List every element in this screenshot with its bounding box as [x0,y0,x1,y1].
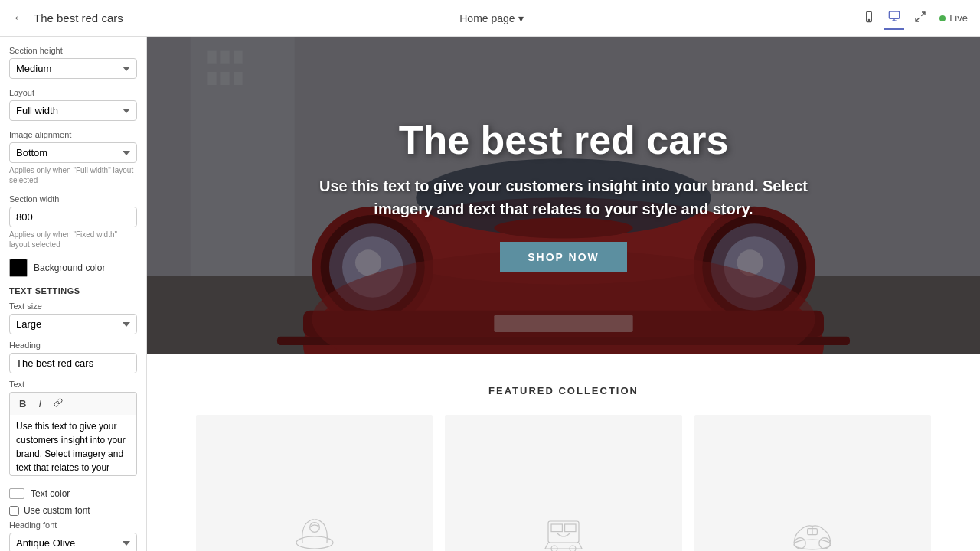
product-card-3[interactable] [694,415,931,551]
use-custom-font-label[interactable]: Use custom font [24,505,90,516]
hero-text: Use this text to give your customers ins… [303,174,824,220]
topbar: ← The best red cars Home page ▾ Live [0,0,980,37]
desktop-device-button[interactable] [884,7,904,30]
featured-grid [196,415,931,551]
device-buttons [860,7,930,30]
text-color-swatch[interactable] [9,488,24,499]
product-image-2 [533,503,594,551]
layout-label: Layout [9,88,137,97]
svg-line-6 [916,18,920,21]
layout-group: Layout Full width Fixed width [9,88,137,121]
section-height-select[interactable]: Medium Small Large Adapt to first image [9,58,137,79]
svg-rect-2 [889,11,899,18]
product-card-2[interactable] [445,415,681,551]
heading-font-label: Heading font [9,520,137,530]
section-width-label: Section width [9,194,137,204]
use-custom-font-checkbox[interactable] [9,506,19,516]
bold-button[interactable]: B [15,396,31,412]
topbar-right: Live [860,7,968,30]
text-size-label: Text size [9,302,137,311]
heading-font-select[interactable]: Antique Olive [9,533,137,551]
text-settings-header: TEXT SETTINGS [9,286,137,295]
product-image-1 [284,503,345,551]
featured-section: FEATURED COLLECTION [147,354,980,551]
text-color-label: Text color [31,488,70,499]
italic-button[interactable]: I [34,396,46,412]
heading-input[interactable] [9,353,137,373]
bg-color-swatch[interactable] [9,259,28,277]
product-image-3 [782,503,843,551]
dropdown-arrow-icon: ▾ [518,12,524,24]
preview-area: The best red cars Use this text to give … [147,37,980,551]
section-height-group: Section height Medium Small Large Adapt … [9,46,137,79]
fullscreen-device-button[interactable] [910,8,930,29]
page-title: The best red cars [34,11,123,24]
heading-label: Heading [9,341,137,350]
main-layout: Section height Medium Small Large Adapt … [0,37,980,551]
layout-select[interactable]: Full width Fixed width [9,100,137,121]
svg-point-42 [794,540,831,549]
text-settings-group: TEXT SETTINGS Text size Large Small Medi… [9,286,137,479]
section-height-label: Section height [9,46,137,55]
text-editor-toolbar: B I [9,392,137,415]
image-alignment-select[interactable]: Bottom Top Center [9,142,137,163]
svg-line-5 [921,12,925,16]
hero-content: The best red cars Use this text to give … [273,119,854,272]
topbar-center: Home page ▾ [459,12,523,24]
fixed-width-hint: Applies only when "Fixed width" layout s… [9,230,137,249]
section-width-group: Section width Applies only when "Fixed w… [9,194,137,249]
hero-title: The best red cars [303,119,824,162]
bg-color-group: Background color [9,259,137,277]
svg-point-36 [309,522,319,532]
bg-color-label: Background color [34,262,105,273]
link-button[interactable] [49,396,67,412]
svg-rect-38 [551,524,562,532]
back-button[interactable]: ← [12,10,26,26]
home-page-button[interactable]: Home page ▾ [459,12,523,24]
mobile-device-button[interactable] [860,8,878,29]
text-label: Text [9,380,137,389]
svg-rect-39 [565,524,576,532]
text-size-select[interactable]: Large Small Medium [9,314,137,334]
use-custom-font-row: Use custom font [9,505,137,516]
topbar-left: ← The best red cars [12,10,123,26]
section-width-input[interactable] [9,207,137,227]
text-area[interactable]: Use this text to give your customers ins… [9,415,137,476]
live-indicator: Live [939,12,968,24]
bg-color-row: Background color [9,259,137,277]
text-color-row: Text color [9,488,137,499]
live-label: Live [949,12,968,24]
product-card-1[interactable] [196,415,433,551]
svg-point-43 [795,537,805,548]
full-width-hint: Applies only when "Full width" layout se… [9,165,137,185]
shop-now-button[interactable]: SHOP NOW [500,242,627,272]
svg-point-44 [819,537,830,548]
svg-point-1 [868,19,869,20]
back-icon: ← [12,10,26,26]
image-alignment-label: Image alignment [9,130,137,139]
live-dot [939,15,946,21]
image-alignment-group: Image alignment Bottom Top Center Applie… [9,130,137,185]
hero-section: The best red cars Use this text to give … [147,37,980,354]
home-page-label: Home page [459,12,514,24]
featured-title: FEATURED COLLECTION [162,385,965,396]
text-color-group: Text color Use custom font Heading font … [9,488,137,551]
sidebar: Section height Medium Small Large Adapt … [0,37,147,551]
